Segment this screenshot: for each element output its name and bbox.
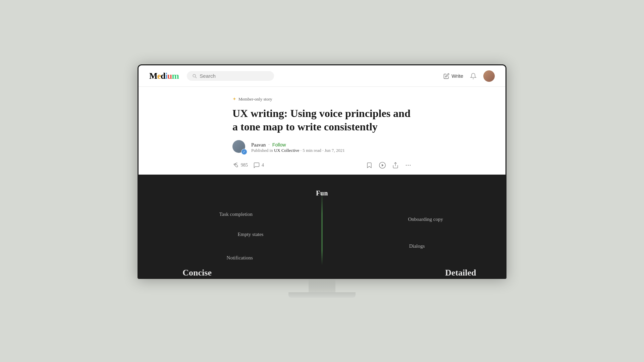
monitor-stand-neck [309,279,335,292]
publish-date: Jun 7, 2021 [324,148,344,153]
read-time: 5 min read [303,148,321,153]
write-icon [443,73,449,79]
bookmark-button[interactable] [366,162,373,169]
monitor-stand-base [288,292,356,298]
medium-logo[interactable]: Medium [149,71,179,81]
svg-point-6 [408,165,409,166]
share-button[interactable] [392,162,399,169]
share-icon [392,162,399,169]
viz-item-onboarding-copy: Onboarding copy [408,217,443,222]
svg-point-7 [410,165,411,166]
author-row: ✓ Paavan · Follow Published in UX Collec… [232,140,412,155]
write-button[interactable]: Write [443,73,463,79]
comment-icon [253,162,260,169]
author-avatar-wrapper: ✓ [232,140,247,155]
svg-marker-3 [382,164,384,166]
viz-item-notifications: Notifications [227,255,253,261]
search-icon [192,73,197,79]
user-avatar[interactable] [483,70,495,82]
viz-item-empty-states: Empty states [237,232,263,237]
search-bar[interactable] [187,71,274,81]
clap-action[interactable]: 985 [232,162,248,169]
member-badge-text: Member-only story [238,97,272,102]
publish-info: Published in UX Collective · 5 min read … [251,148,345,153]
monitor-wrapper: Medium Write [134,64,510,298]
top-navigation: Medium Write [139,65,505,87]
concise-label: Concise [182,268,212,278]
viz-item-task-completion: Task completion [219,212,253,217]
author-verified-badge: ✓ [241,149,247,155]
dot-separator: · [268,142,270,147]
follow-button[interactable]: Follow [272,142,286,147]
viz-item-dialogs: Dialogs [409,243,425,249]
author-info: Paavan · Follow Published in UX Collecti… [251,142,345,153]
star-icon: ✦ [232,96,236,102]
write-label: Write [451,73,463,79]
published-in-text: Published in [251,148,273,153]
svg-point-5 [406,165,407,166]
author-name-row: Paavan · Follow [251,142,345,148]
play-icon [379,162,386,169]
search-input[interactable] [200,73,269,79]
monitor-screen: Medium Write [138,64,506,279]
svg-point-0 [193,74,196,77]
bell-icon[interactable] [470,73,477,79]
author-name: Paavan [251,142,266,148]
left-actions: 985 4 [232,162,264,169]
more-button[interactable] [405,162,412,169]
tone-map-visualization: Fun Task completion Empty states Notific… [139,175,505,278]
article-title: UX writing: Using voice principles and a… [232,107,412,133]
svg-line-1 [195,77,197,78]
center-line [322,191,322,265]
clap-count: 985 [241,163,248,168]
fun-label: Fun [316,189,328,197]
publication-name[interactable]: UX Collective [274,148,299,153]
comment-action[interactable]: 4 [253,162,264,169]
bookmark-icon [366,162,373,169]
viz-inner: Fun Task completion Empty states Notific… [139,185,505,278]
member-badge: ✦ Member-only story [232,96,412,102]
comment-count: 4 [262,163,264,168]
header-right: Write [443,70,495,82]
article-content: ✦ Member-only story UX writing: Using vo… [139,87,505,278]
actions-row: 985 4 [139,162,505,175]
right-actions [366,162,412,169]
more-icon [405,162,412,169]
clap-icon [232,162,239,169]
play-button[interactable] [379,162,386,169]
detailed-label: Detailed [445,268,476,278]
article-header: ✦ Member-only story UX writing: Using vo… [139,87,505,162]
